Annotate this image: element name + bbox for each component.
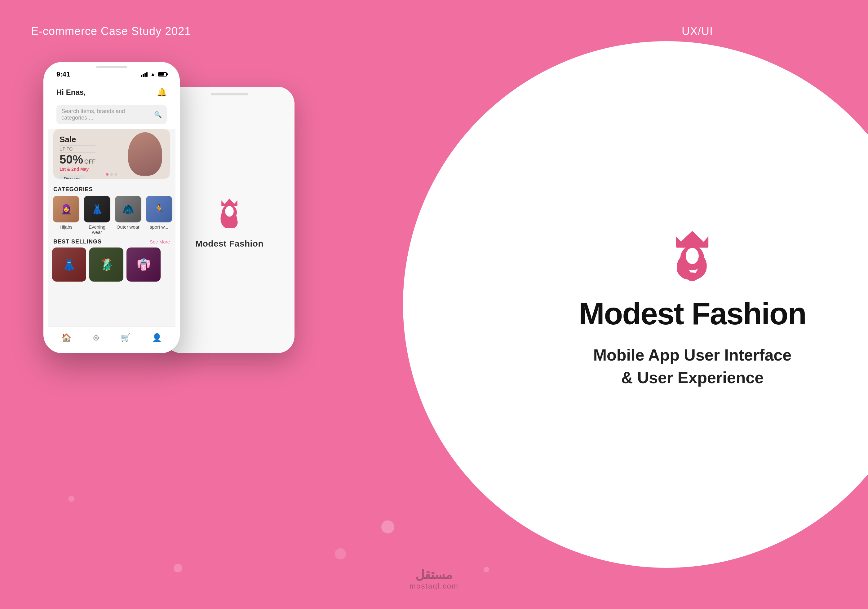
category-evening-label: Evening wear	[83, 224, 111, 235]
phone-back-brand-text: Modest Fashion	[195, 239, 264, 249]
phone-back-logo	[211, 191, 248, 230]
case-study-label: E-commerce Case Study 2021	[31, 25, 191, 38]
decor-circle-3	[68, 496, 74, 502]
nav-categories[interactable]: ⊛	[93, 333, 99, 343]
status-icons: ▲	[141, 71, 167, 78]
nav-home[interactable]: 🏠	[61, 333, 71, 343]
svg-point-4	[686, 248, 699, 264]
product-card-1[interactable]: 👗	[52, 247, 86, 281]
nav-profile[interactable]: 👤	[152, 333, 162, 343]
search-input-wrap[interactable]: Search items, brands and categories ... …	[56, 105, 167, 124]
phone-screen: 9:41 ▲ Hi Enas, 🔔	[48, 66, 175, 349]
brand-subtitle-line1: Mobile App User Interface	[593, 346, 792, 364]
category-evening-image: 👗	[84, 196, 110, 223]
category-outer-wear[interactable]: 🧥 Outer wear	[114, 196, 142, 235]
category-sport-image: 🏃	[146, 196, 172, 223]
best-sellings-title: BEST SELLINGS	[53, 238, 102, 245]
decor-circle-2	[174, 564, 182, 572]
phone-notch	[96, 66, 127, 68]
banner-dots	[106, 173, 117, 176]
sale-banner[interactable]: Sale UP TO 50% OFF 1st & 2nd May Discove…	[53, 129, 170, 179]
product-card-3[interactable]: 👘	[127, 247, 161, 281]
banner-upto-label: UP TO	[59, 145, 96, 152]
category-evening-wear[interactable]: 👗 Evening wear	[83, 196, 111, 235]
see-more-button[interactable]: See More	[150, 239, 170, 244]
watermark-arabic: مستقل	[409, 567, 459, 582]
layers-icon: ⊛	[93, 333, 99, 343]
phone-front: 9:41 ▲ Hi Enas, 🔔	[43, 62, 180, 353]
categories-row: 🧕 Hijabs 👗 Evening wear 🧥 Outer wear	[48, 196, 175, 235]
ux-label: UX/UI	[682, 25, 713, 38]
banner-image	[123, 129, 167, 179]
svg-point-5	[686, 272, 698, 281]
phone-back-content: Modest Fashion	[195, 191, 264, 249]
phone-back: Modest Fashion	[164, 87, 294, 353]
products-row: 👗 🥻 👘	[48, 247, 175, 281]
categories-title: CATEGORIES	[48, 184, 175, 196]
banner-dot-3[interactable]	[115, 173, 117, 176]
category-outer-label: Outer wear	[116, 224, 140, 230]
decor-circle-5	[484, 567, 489, 572]
category-hijabs-label: Hijabs	[59, 224, 73, 230]
decor-circle-1	[381, 520, 394, 533]
profile-icon: 👤	[152, 333, 162, 343]
app-header: Hi Enas, 🔔	[48, 82, 175, 102]
watermark-latin: mostaql.com	[409, 582, 459, 590]
nav-cart[interactable]: 🛒	[121, 333, 130, 343]
svg-point-1	[225, 206, 233, 216]
battery-fill	[159, 73, 164, 76]
watermark: مستقل mostaql.com	[409, 567, 459, 590]
bottom-navigation: 🏠 ⊛ 🛒 👤	[48, 326, 175, 349]
status-time: 9:41	[56, 70, 70, 78]
brand-title: Modest Fashion	[579, 296, 806, 331]
status-bar: 9:41 ▲	[48, 66, 175, 82]
banner-percent: 50%	[59, 154, 83, 165]
decor-circle-4	[335, 548, 346, 560]
category-hijabs[interactable]: 🧕 Hijabs	[52, 196, 80, 235]
cart-icon: 🛒	[121, 333, 130, 343]
notification-bell-icon[interactable]: 🔔	[157, 87, 167, 97]
phone-back-notch	[211, 93, 248, 96]
battery-icon	[158, 72, 167, 77]
banner-sale-label: Sale	[59, 135, 96, 144]
banner-dot-1[interactable]	[106, 173, 108, 176]
brand-subtitle: Mobile App User Interface & User Experie…	[593, 344, 792, 389]
product-card-2[interactable]: 🥻	[89, 247, 123, 281]
app-screen: 9:41 ▲ Hi Enas, 🔔	[48, 66, 175, 349]
brand-logo	[661, 220, 723, 283]
signal-icon	[141, 72, 147, 77]
banner-discover-button[interactable]: Discover	[59, 175, 85, 179]
category-sport-label: sport w...	[150, 224, 168, 230]
category-sport[interactable]: 🏃 sport w...	[145, 196, 173, 235]
banner-date: 1st & 2nd May	[59, 167, 96, 172]
best-sellings-header: BEST SELLINGS See More	[48, 235, 175, 247]
wifi-icon: ▲	[150, 71, 156, 78]
search-bar-container: Search items, brands and categories ... …	[48, 102, 175, 129]
banner-figure	[128, 132, 162, 176]
search-placeholder-text: Search items, brands and categories ...	[61, 108, 151, 121]
banner-off-label: OFF	[84, 159, 96, 165]
brand-subtitle-line2: & User Experience	[621, 369, 764, 386]
greeting-text: Hi Enas,	[56, 88, 86, 97]
banner-text-content: Sale UP TO 50% OFF 1st & 2nd May Discove…	[59, 135, 96, 179]
home-icon: 🏠	[61, 333, 71, 343]
banner-dot-2[interactable]	[110, 173, 113, 176]
category-outer-image: 🧥	[115, 196, 141, 223]
search-icon[interactable]: 🔍	[154, 111, 162, 118]
category-hijabs-image: 🧕	[53, 196, 79, 223]
brand-content: Modest Fashion Mobile App User Interface…	[579, 220, 806, 389]
